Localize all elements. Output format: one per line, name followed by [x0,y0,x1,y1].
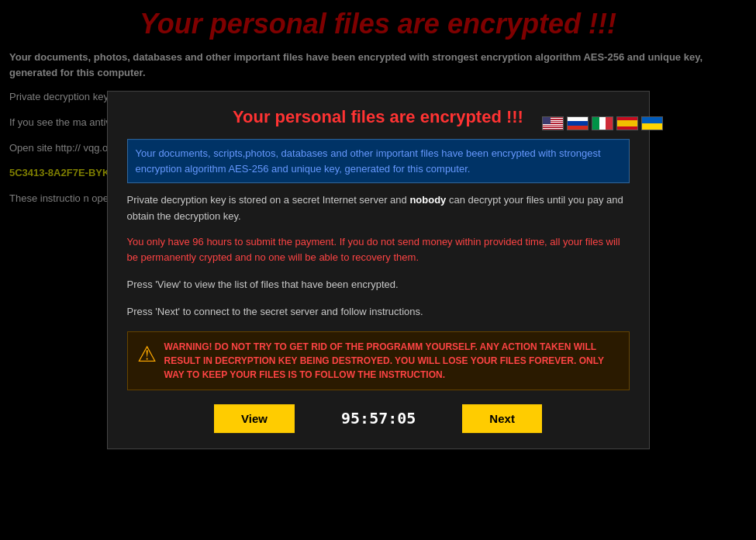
flags-area [542,116,663,130]
ransomware-modal: Your personal files are encrypted !!! Yo… [107,91,650,449]
modal-press-next: Press 'Next' to connect to the secret se… [127,304,630,320]
flag-it[interactable] [592,116,613,130]
countdown-timer: 95:57:05 [341,409,416,428]
modal-press-view: Press 'View' to view the list of files t… [127,277,630,293]
flag-us[interactable] [542,116,564,130]
highlighted-content: Your documents, scripts,photos, database… [136,147,601,175]
warning-box: ⚠ WARNING! DO NOT TRY TO GET RID OF THE … [127,331,630,390]
warning-icon: ⚠ [137,341,157,367]
modal-decryption-text: Private decryption key is stored on a se… [127,192,630,225]
flag-es[interactable] [616,116,638,130]
next-button[interactable]: Next [462,404,542,433]
flag-ua[interactable] [641,116,663,130]
modal-time-warning: You only have 96 hours to submit the pay… [127,234,630,267]
warning-text: WARNING! DO NOT TRY TO GET RID OF THE PR… [164,340,620,382]
modal-highlighted-text: Your documents, scripts,photos, database… [127,139,630,183]
view-button[interactable]: View [214,404,295,433]
modal-footer: View 95:57:05 Next [127,404,630,433]
flag-ru[interactable] [567,116,589,130]
